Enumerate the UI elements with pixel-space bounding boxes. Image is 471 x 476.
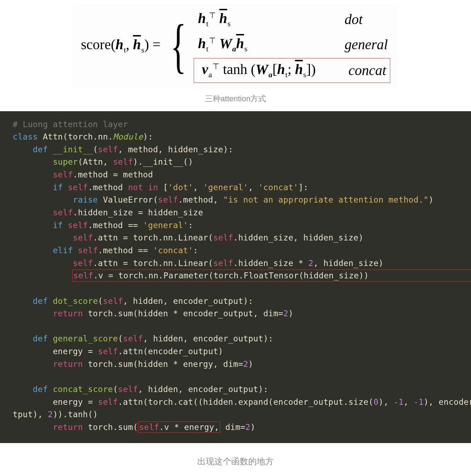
code-caption: 出现这个函数的地方 (0, 443, 471, 476)
formula-label-general: general (340, 37, 388, 52)
formula-image: score(ht, hs) = { ht⊤ hs dot ht⊤ Wahs ge… (0, 0, 471, 89)
code-highlight-selfv: self.v * energy, (138, 421, 220, 433)
code-block: # Luong attention layer class Attn(torch… (0, 111, 471, 443)
formula-caption: 三种attention方式 (0, 89, 471, 111)
formula-highlight-concat: va⊤ tanh (Wa[ht; hs]) concat (194, 58, 390, 83)
formula-label-concat: concat (344, 63, 386, 78)
formula-label-dot: dot (340, 12, 363, 27)
code-highlight-parameter: self.v = torch.nn.Parameter(torch.FloatT… (72, 270, 471, 282)
